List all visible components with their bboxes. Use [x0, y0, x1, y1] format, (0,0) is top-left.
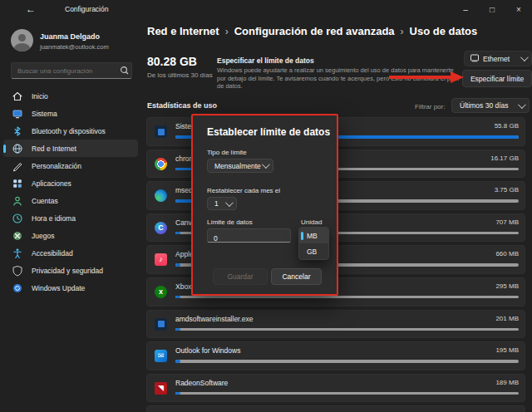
usage-row-amdsoftwareinstaller: amdsoftwareinstaller.exe 201 MB [146, 310, 525, 339]
app-icon-radeonsoftware: ◥ [155, 382, 167, 395]
usage-period: De los últimos 30 días [147, 71, 213, 79]
window-controls: – □ × [452, 0, 532, 18]
titlebar: ← Configuración – □ × [0, 0, 532, 18]
page-title: Uso de datos [410, 25, 478, 37]
app-icon-xbox: x [155, 286, 167, 298]
cancel-button[interactable]: Cancelar [271, 268, 322, 285]
unit-label: Unidad [301, 218, 322, 226]
user-email: juanmatek@outlook.com [40, 43, 109, 51]
avatar[interactable] [11, 29, 33, 52]
breadcrumb: Red e Internet›Configuración de red avan… [147, 25, 477, 37]
bluetooth-icon [12, 125, 23, 137]
back-icon[interactable]: ← [23, 2, 38, 16]
search-icon [118, 66, 131, 76]
window-title: Configuración [65, 5, 108, 13]
limit-type-label: Tipo de límite [207, 149, 247, 156]
shield-icon [12, 265, 23, 277]
filter-dropdown[interactable]: Últimos 30 días [451, 98, 530, 113]
breadcrumb-config-red-avanzada[interactable]: Configuración de red avanzada [234, 25, 395, 37]
sidebar-item-hora-e-idioma[interactable]: Hora e idioma [3, 209, 138, 227]
breadcrumb-separator: › [401, 26, 404, 37]
sidebar: Juanma Delgado juanmatek@outlook.com Ini… [0, 18, 141, 412]
maximize-icon[interactable]: □ [479, 0, 505, 18]
clock-icon [12, 213, 23, 224]
update-icon [12, 282, 23, 294]
close-icon[interactable]: × [505, 0, 532, 18]
data-limit-label: Límite de datos [207, 218, 253, 226]
stats-heading: Estadísticas de uso [147, 101, 217, 110]
ethernet-icon [469, 54, 480, 63]
network-dropdown[interactable]: Ethernet [464, 51, 532, 66]
breadcrumb-red-e-internet[interactable]: Red e Internet [147, 25, 219, 37]
filter-label: Filtrar por: [415, 103, 445, 110]
app-icon-chrome [155, 158, 167, 170]
chevron-down-icon [518, 101, 526, 109]
usage-row-partial [146, 405, 525, 412]
person-icon [12, 195, 23, 207]
search-box[interactable] [11, 62, 132, 79]
limit-type-select[interactable]: Mensualmente [207, 159, 273, 173]
sidebar-item-inicio[interactable]: Inicio [3, 87, 138, 105]
reset-day-select[interactable]: 1 [207, 197, 237, 210]
app-icon-msedge [155, 189, 167, 202]
network-dropdown-value: Ethernet [483, 55, 515, 63]
sidebar-item-red-e-internet[interactable]: Red e Internet [3, 140, 138, 157]
brush-icon [12, 160, 23, 172]
usage-row-radeonsoftware: ◥ RadeonSoftware 189 MB [146, 374, 525, 403]
unit-option-mb[interactable]: MB [299, 228, 328, 243]
unit-option-gb[interactable]: GB [299, 243, 328, 259]
sidebar-item-bluetooth[interactable]: Bluetooth y dispositivos [3, 122, 138, 140]
home-icon [12, 91, 23, 102]
sidebar-item-privacidad[interactable]: Privacidad y seguridad [3, 262, 138, 279]
reset-day-label: Restablecer cada mes el [207, 187, 280, 194]
usage-row-outlook: ✉ Outlook for Windows 195 MB [146, 341, 525, 370]
filter-dropdown-value: Últimos 30 días [460, 101, 509, 110]
xbox-icon [12, 230, 23, 242]
unit-dropdown-flyout: MB GB [298, 227, 329, 260]
sidebar-item-accesibilidad[interactable]: Accesibilidad [3, 244, 138, 262]
chevron-down-icon [520, 53, 529, 61]
annotation-arrow [389, 71, 466, 84]
app-icon-canva: C [155, 222, 167, 234]
sidebar-item-cuentas[interactable]: Cuentas [3, 192, 138, 209]
minimize-icon[interactable]: – [452, 0, 479, 18]
set-limit-button[interactable]: Especificar límite [462, 70, 532, 87]
sidebar-item-windows-update[interactable]: Windows Update [3, 279, 138, 297]
sidebar-item-personalizacion[interactable]: Personalización [3, 157, 138, 174]
sidebar-item-sistema[interactable]: Sistema [3, 105, 138, 122]
sidebar-item-aplicaciones[interactable]: Aplicaciones [3, 174, 138, 192]
app-icon-apple-music: ♪ [155, 253, 167, 266]
app-icon-sistema [155, 125, 167, 138]
globe-icon [12, 143, 23, 154]
accessibility-icon [12, 248, 23, 259]
limit-type-value: Mensualmente [214, 162, 261, 170]
sidebar-nav: Inicio Sistema Bluetooth y dispositivos … [3, 87, 138, 297]
reset-day-value: 1 [214, 199, 219, 208]
set-data-limit-dialog: Establecer límite de datos Tipo de límit… [191, 114, 338, 296]
data-limit-input-wrap [207, 228, 291, 243]
total-usage: 80.28 GB [147, 55, 197, 68]
breadcrumb-separator: › [225, 26, 229, 37]
apps-grid-icon [12, 178, 23, 189]
dialog-title: Establecer límite de datos [207, 126, 330, 138]
app-icon-amdsoftwareinstaller [155, 318, 167, 331]
chevron-down-icon [225, 199, 234, 207]
limit-info-title: Especificar el límite de datos [217, 56, 314, 65]
chevron-down-icon [262, 160, 270, 169]
save-button[interactable]: Guardar [213, 268, 268, 285]
search-input[interactable] [12, 67, 118, 75]
sidebar-item-juegos[interactable]: Juegos [3, 227, 138, 244]
app-icon-outlook: ✉ [155, 350, 167, 362]
user-name: Juanma Delgado [40, 32, 100, 41]
monitor-icon [12, 108, 23, 120]
data-limit-input[interactable] [208, 233, 290, 245]
